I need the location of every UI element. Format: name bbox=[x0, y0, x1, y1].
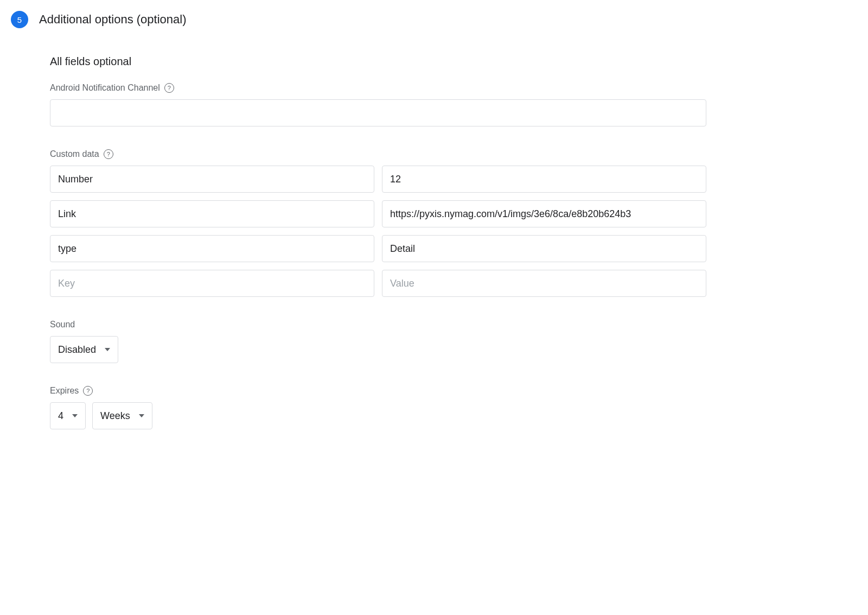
android-channel-label: Android Notification Channel bbox=[50, 83, 160, 93]
expires-amount-select[interactable]: 4 bbox=[50, 402, 86, 429]
custom-data-label: Custom data bbox=[50, 149, 99, 159]
step-number-badge: 5 bbox=[11, 11, 28, 28]
custom-data-value-input[interactable] bbox=[382, 235, 706, 262]
help-icon[interactable]: ? bbox=[104, 149, 113, 159]
help-icon[interactable]: ? bbox=[83, 386, 93, 396]
sound-select[interactable]: Disabled bbox=[50, 336, 118, 363]
sound-select-value: Disabled bbox=[58, 344, 96, 356]
sound-label: Sound bbox=[50, 320, 75, 329]
chevron-down-icon bbox=[105, 348, 110, 351]
custom-data-key-input[interactable] bbox=[50, 270, 374, 297]
subtitle: All fields optional bbox=[50, 55, 706, 68]
expires-amount-value: 4 bbox=[58, 410, 63, 422]
chevron-down-icon bbox=[72, 414, 78, 417]
custom-data-grid bbox=[50, 166, 706, 297]
custom-data-value-input[interactable] bbox=[382, 166, 706, 193]
expires-unit-select[interactable]: Weeks bbox=[92, 402, 152, 429]
custom-data-key-input[interactable] bbox=[50, 200, 374, 227]
custom-data-key-input[interactable] bbox=[50, 235, 374, 262]
step-number: 5 bbox=[17, 15, 22, 24]
custom-data-value-input[interactable] bbox=[382, 200, 706, 227]
expires-unit-value: Weeks bbox=[100, 410, 130, 422]
expires-label: Expires bbox=[50, 386, 79, 396]
custom-data-key-input[interactable] bbox=[50, 166, 374, 193]
help-icon[interactable]: ? bbox=[164, 83, 174, 93]
android-channel-input[interactable] bbox=[50, 99, 706, 126]
chevron-down-icon bbox=[139, 414, 144, 417]
custom-data-value-input[interactable] bbox=[382, 270, 706, 297]
section-title: Additional options (optional) bbox=[39, 12, 187, 27]
